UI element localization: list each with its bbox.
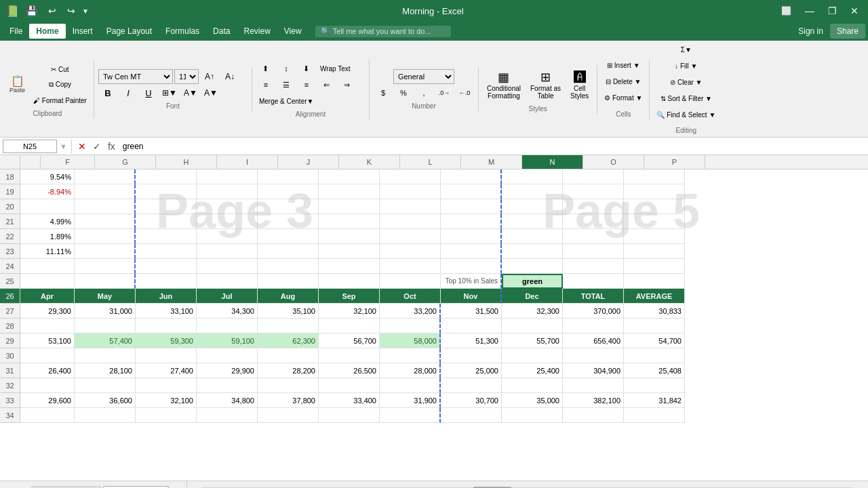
cell-J20[interactable] [258,199,319,214]
cell-G18[interactable] [75,169,136,184]
cell-M18[interactable] [441,169,502,184]
cell-I25[interactable] [197,274,258,289]
wrap-text-button[interactable]: Wrap Text [317,61,353,76]
cell-M27[interactable]: 31,500 [441,304,502,319]
cell-H20[interactable] [136,199,197,214]
cell-P26-average[interactable]: AVERAGE [624,289,685,304]
cell-K26-sep[interactable]: Sep [319,289,380,304]
col-header-H[interactable]: H [156,155,217,169]
col-header-I[interactable]: I [217,155,278,169]
cell-F22[interactable]: 1.89% [20,229,75,244]
cell-O25[interactable] [563,274,624,289]
cell-J32[interactable] [258,378,319,393]
cell-I33[interactable]: 34,800 [197,393,258,408]
cell-P18[interactable] [624,169,685,184]
cell-M21[interactable] [441,214,502,229]
cell-K34[interactable] [319,408,380,423]
menu-data[interactable]: Data [206,24,237,39]
signin-button[interactable]: Sign in [791,24,830,39]
cell-G23[interactable] [75,244,136,259]
cell-M20[interactable] [441,199,502,214]
cell-H34[interactable] [136,408,197,423]
cell-G27[interactable]: 31,000 [75,304,136,319]
underline-button[interactable]: U [139,85,158,100]
cell-I21[interactable] [197,214,258,229]
cell-L28[interactable] [380,319,441,333]
cell-L20[interactable] [380,199,441,214]
cell-J23[interactable] [258,244,319,259]
cell-H25[interactable] [136,274,197,289]
format-button[interactable]: ⚙ Format ▼ [601,94,645,108]
decrease-font-button[interactable]: A↓ [220,69,239,84]
cell-K27[interactable]: 32,100 [319,304,380,319]
menu-page-layout[interactable]: Page Layout [100,24,159,39]
cell-J25[interactable] [258,274,319,289]
cell-J19[interactable] [258,184,319,199]
cell-O20[interactable] [563,199,624,214]
cell-I27[interactable]: 34,300 [197,304,258,319]
cell-G26-may[interactable]: May [75,289,136,304]
cell-I18[interactable] [197,169,258,184]
cell-K24[interactable] [319,259,380,274]
fill-button[interactable]: ↓ Fill ▼ [672,61,700,76]
percent-button[interactable]: % [394,85,413,100]
cell-G19[interactable] [75,184,136,199]
cell-P24[interactable] [624,259,685,274]
align-bottom-button[interactable]: ⬇ [297,61,316,76]
cell-L33[interactable]: 31,900 [380,393,441,408]
cell-N23[interactable] [502,244,563,259]
cell-P34[interactable] [624,408,685,423]
cell-J26-aug[interactable]: Aug [258,289,319,304]
close-button[interactable]: ✕ [846,4,863,18]
cell-N30[interactable] [502,348,563,363]
cell-G29[interactable]: 57,400 [75,333,136,348]
cell-N28[interactable] [502,319,563,333]
cell-I23[interactable] [197,244,258,259]
cell-J24[interactable] [258,259,319,274]
cell-M30[interactable] [441,348,502,363]
col-header-P[interactable]: P [644,155,705,169]
cell-O18[interactable] [563,169,624,184]
cell-N20[interactable] [502,199,563,214]
cell-I31[interactable]: 29,900 [197,363,258,378]
cell-I20[interactable] [197,199,258,214]
cell-P22[interactable] [624,229,685,244]
cell-P19[interactable] [624,184,685,199]
cell-I32[interactable] [197,378,258,393]
ribbon-display-button[interactable]: ⬜ [777,5,795,17]
cell-L23[interactable] [380,244,441,259]
cell-F29[interactable]: 53,100 [20,333,75,348]
cell-N18[interactable] [502,169,563,184]
menu-view[interactable]: View [277,24,309,39]
confirm-formula-button[interactable]: ✓ [91,141,103,152]
insert-button[interactable]: ⊞ Insert ▼ [604,61,642,76]
cell-K28[interactable] [319,319,380,333]
cell-J34[interactable] [258,408,319,423]
cell-F28[interactable] [20,319,75,333]
cell-N27[interactable]: 32,300 [502,304,563,319]
cell-L32[interactable] [380,378,441,393]
cell-K30[interactable] [319,348,380,363]
cell-M19[interactable] [441,184,502,199]
cell-J31[interactable]: 28,200 [258,363,319,378]
cell-G30[interactable] [75,348,136,363]
cell-K23[interactable] [319,244,380,259]
cell-K19[interactable] [319,184,380,199]
restore-button[interactable]: ❐ [824,4,841,18]
cell-M29[interactable]: 51,300 [441,333,502,348]
paste-button[interactable]: 📋 Paste [5,66,29,103]
menu-home[interactable]: Home [29,24,65,39]
number-format-select[interactable]: General [393,69,454,84]
cell-F19[interactable]: -8.94% [20,184,75,199]
cell-P20[interactable] [624,199,685,214]
add-sheet-button[interactable]: + [170,485,184,489]
cell-G32[interactable] [75,378,136,393]
cell-P21[interactable] [624,214,685,229]
cell-O24[interactable] [563,259,624,274]
cell-L29[interactable]: 58,000 [380,333,441,348]
align-top-button[interactable]: ⬆ [256,61,275,76]
redo-button[interactable]: ↪ [63,4,79,18]
tab-sales-report[interactable]: Sales Report [103,486,169,489]
cell-G21[interactable] [75,214,136,229]
name-box[interactable] [3,140,57,153]
